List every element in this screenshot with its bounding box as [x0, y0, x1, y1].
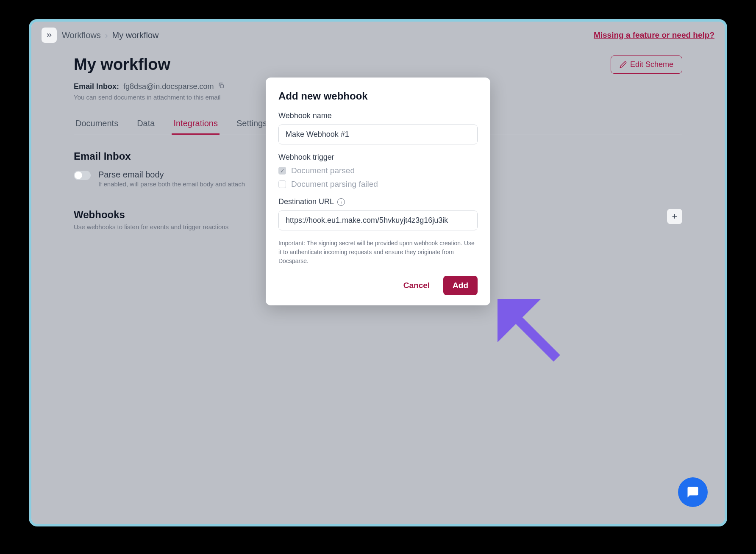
parse-email-toggle[interactable]: [74, 171, 91, 180]
edit-scheme-button[interactable]: Edit Scheme: [611, 55, 682, 74]
app-window: Workflows › My workflow Missing a featur…: [29, 19, 727, 526]
breadcrumb: Workflows › My workflow: [62, 30, 159, 40]
add-button[interactable]: Add: [443, 276, 478, 295]
topbar: Workflows › My workflow Missing a featur…: [31, 22, 725, 49]
webhook-name-input[interactable]: [278, 125, 478, 144]
inbox-help-text: You can send documents in attachment to …: [74, 94, 225, 101]
section-title-webhooks: Webhooks: [74, 209, 228, 221]
modal-title: Add new webhook: [278, 90, 478, 102]
checkbox-parsed[interactable]: [278, 167, 286, 175]
tab-documents[interactable]: Documents: [74, 114, 120, 135]
copy-icon[interactable]: [218, 82, 225, 91]
add-webhook-modal: Add new webhook Webhook name Webhook tri…: [266, 78, 490, 305]
signing-secret-hint: Important: The signing secret will be pr…: [278, 239, 478, 266]
toggle-desc: If enabled, will parse both the email bo…: [98, 180, 245, 188]
trigger-parsed-label: Document parsed: [291, 166, 355, 175]
info-icon[interactable]: i: [337, 198, 345, 206]
help-link[interactable]: Missing a feature or need help?: [594, 30, 714, 40]
page-title: My workflow: [74, 55, 225, 74]
add-webhook-button[interactable]: +: [667, 209, 682, 224]
expand-sidebar-button[interactable]: [42, 28, 57, 43]
toggle-title: Parse email body: [98, 170, 245, 180]
destination-url-label: Destination URL i: [278, 197, 478, 206]
inbox-label: Email Inbox:: [74, 82, 119, 91]
edit-scheme-label: Edit Scheme: [630, 60, 673, 69]
inbox-email: fg8dsa@in.docsparse.com: [123, 82, 214, 91]
webhooks-desc: Use webhooks to listen for events and tr…: [74, 223, 228, 230]
plus-icon: +: [672, 211, 678, 222]
destination-url-input[interactable]: [278, 211, 478, 230]
email-inbox-row: Email Inbox: fg8dsa@in.docsparse.com: [74, 82, 225, 91]
chevrons-right-icon: [45, 31, 53, 39]
chevron-right-icon: ›: [105, 30, 108, 40]
chat-widget-button[interactable]: [678, 477, 708, 507]
svg-rect-0: [220, 85, 223, 88]
pencil-icon: [620, 61, 627, 68]
modal-footer: Cancel Add: [278, 276, 478, 295]
breadcrumb-root[interactable]: Workflows: [62, 30, 101, 40]
trigger-parsed-row[interactable]: Document parsed: [278, 166, 478, 175]
breadcrumb-current: My workflow: [112, 30, 159, 40]
tab-data[interactable]: Data: [135, 114, 156, 135]
trigger-failed-label: Document parsing failed: [291, 180, 378, 189]
checkbox-failed[interactable]: [278, 180, 286, 188]
tab-settings[interactable]: Settings: [235, 114, 269, 135]
cancel-button[interactable]: Cancel: [398, 277, 435, 294]
webhook-trigger-label: Webhook trigger: [278, 153, 478, 162]
chat-icon: [687, 486, 699, 499]
webhook-name-label: Webhook name: [278, 111, 478, 120]
trigger-failed-row[interactable]: Document parsing failed: [278, 180, 478, 189]
tab-integrations[interactable]: Integrations: [172, 114, 220, 135]
